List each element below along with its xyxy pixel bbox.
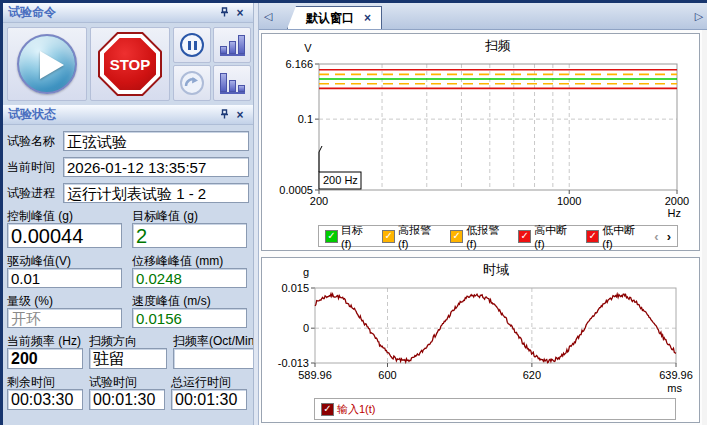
stop-icon: STOP [98, 32, 162, 96]
level-label: 量级 (%) [7, 294, 122, 308]
control-peak-field[interactable]: 0.00044 [7, 223, 122, 248]
high-abort-checkbox[interactable]: ✓ [518, 230, 531, 243]
svg-text:0.015: 0.015 [281, 282, 309, 294]
command-buttons: STOP [3, 23, 253, 105]
target-peak-metric: 目标峰值 (g) 2 [132, 203, 247, 248]
test-name-field[interactable]: 正弦试验 [63, 131, 249, 151]
current-frequency-label: 当前频率 (Hz) [7, 334, 83, 348]
tab-close-icon[interactable]: × [364, 11, 371, 25]
test-name-label: 试验名称 [7, 133, 63, 150]
pin-icon[interactable] [216, 6, 232, 20]
test-name-row: 试验名称 正弦试验 [7, 131, 249, 151]
total-run-time-metric: 总运行时间 00:01:30 [171, 369, 247, 410]
test-time-field[interactable]: 00:01:30 [89, 389, 165, 410]
svg-text:0: 0 [303, 322, 309, 334]
redo-arrow-icon [179, 70, 205, 96]
level-field[interactable]: 开环 [7, 308, 122, 328]
resume-button[interactable] [173, 65, 211, 101]
sweep-rate-field[interactable] [173, 348, 258, 369]
input1-checkbox[interactable]: ✓ [321, 403, 334, 416]
current-time-label: 当前时间 [7, 159, 63, 176]
current-frequency-field[interactable]: 200 [7, 348, 83, 369]
tab-scroll-left-icon[interactable]: ◁ [259, 5, 277, 27]
close-icon[interactable]: × [232, 108, 248, 122]
control-peak-label: 控制峰值 (g) [7, 209, 122, 223]
velocity-label: 速度峰值 (m/s) [132, 294, 247, 308]
target-peak-label: 目标峰值 (g) [132, 209, 247, 223]
svg-text:1000: 1000 [557, 195, 581, 207]
current-frequency-metric: 当前频率 (Hz) 200 [7, 328, 83, 369]
play-icon [17, 34, 77, 94]
low-alarm-checkbox[interactable]: ✓ [450, 230, 463, 243]
test-progress-field[interactable]: 运行计划表试验 1 - 2 [63, 183, 249, 203]
pin-icon[interactable] [216, 108, 232, 122]
legend-item-high-abort: ✓ 高中断(f) [518, 223, 577, 250]
legend-label: 输入1(t) [337, 402, 376, 417]
legend-nav: ‹ › [654, 229, 671, 244]
legend-item-input1: ✓ 输入1(t) [321, 402, 376, 417]
high-alarm-checkbox[interactable]: ✓ [382, 230, 395, 243]
velocity-field[interactable]: 0.0156 [132, 308, 247, 328]
sweep-chart-panel: 扫频V6.1660.10.000520010002000Hz200 Hz ✓ 目… [261, 33, 700, 251]
displacement-metric: 位移峰峰值 (mm) 0.0248 [132, 248, 247, 288]
displacement-label: 位移峰峰值 (mm) [132, 254, 247, 268]
drive-peak-metric: 驱动峰值(V) 0.01 [7, 248, 122, 288]
displacement-field[interactable]: 0.0248 [132, 268, 247, 288]
metric-grid: 控制峰值 (g) 0.00044 目标峰值 (g) 2 驱动峰值(V) 0.01… [3, 203, 253, 328]
sweep-legend: ✓ 目标(f) ✓ 高报警(f) ✓ 低报警(f) ✓ 高中断(f) [318, 225, 678, 247]
frequency-grid: 当前频率 (Hz) 200 扫频方向 驻留 扫频率(Oct/Min) [3, 328, 253, 369]
pause-icon [180, 33, 204, 57]
status-panel-title: 试验状态 [8, 106, 56, 123]
test-time-metric: 试验时间 00:01:30 [89, 369, 165, 410]
tab-default-window[interactable]: 默认窗口 × [287, 6, 382, 29]
tab-strip: ◁ 默认窗口 × ▷ [259, 3, 707, 30]
svg-text:0.1: 0.1 [298, 113, 313, 125]
sweep-direction-metric: 扫频方向 驻留 [89, 328, 167, 369]
target-checkbox[interactable]: ✓ [325, 230, 338, 243]
run-button[interactable] [7, 27, 87, 101]
chart-workspace: ◁ 默认窗口 × ▷ 扫频V6.1660.10.000520010002000H… [259, 3, 707, 425]
ascending-bars-icon [220, 35, 245, 56]
status-panel-titlebar: 试验状态 × [3, 105, 253, 125]
control-peak-metric: 控制峰值 (g) 0.00044 [7, 203, 122, 248]
svg-text:200 Hz: 200 Hz [323, 174, 358, 186]
svg-text:200: 200 [310, 195, 328, 207]
legend-item-target: ✓ 目标(f) [325, 223, 373, 250]
remaining-time-label: 剩余时间 [7, 375, 83, 389]
tab-label: 默认窗口 [306, 10, 354, 27]
histogram-button[interactable] [213, 65, 251, 101]
stop-icon-ring: STOP [100, 34, 160, 94]
left-dock: 试验命令 × STOP [3, 3, 253, 425]
svg-text:ms: ms [667, 382, 682, 394]
remaining-time-metric: 剩余时间 00:03:30 [7, 369, 83, 410]
current-time-field[interactable]: 2026-01-12 13:35:57 [63, 157, 249, 177]
close-icon[interactable]: × [232, 6, 248, 20]
pause-button[interactable] [173, 27, 211, 63]
target-peak-field[interactable]: 2 [132, 223, 247, 248]
sweep-direction-label: 扫频方向 [89, 334, 167, 348]
tab-scroll-right-icon[interactable]: ▷ [690, 5, 707, 27]
app-window: 试验命令 × STOP [0, 0, 707, 425]
stop-button[interactable]: STOP [90, 27, 170, 101]
svg-text:639.96: 639.96 [659, 369, 693, 381]
legend-next-icon[interactable]: › [667, 229, 671, 244]
sweep-rate-metric: 扫频率(Oct/Min) [173, 328, 258, 369]
low-abort-checkbox[interactable]: ✓ [586, 230, 599, 243]
svg-text:时域: 时域 [483, 262, 509, 277]
legend-prev-icon[interactable]: ‹ [654, 229, 658, 244]
svg-text:0.0005: 0.0005 [279, 184, 313, 196]
play-triangle [40, 51, 64, 79]
time-chart-panel: 时域g0.0150-0.013589.96600620639.96ms ✓ 输入… [261, 257, 700, 423]
svg-text:620: 620 [523, 369, 541, 381]
total-run-time-label: 总运行时间 [171, 375, 247, 389]
remaining-time-field[interactable]: 00:03:30 [7, 389, 83, 410]
legend-label: 低报警(f) [466, 223, 509, 250]
svg-text:g: g [303, 266, 309, 278]
small-button-grid [173, 27, 251, 101]
sweep-rate-label: 扫频率(Oct/Min) [173, 334, 258, 348]
sweep-direction-field[interactable]: 驻留 [89, 348, 167, 369]
drive-peak-field[interactable]: 0.01 [7, 268, 122, 288]
total-run-time-field[interactable]: 00:01:30 [171, 389, 247, 410]
spectrum-chart-button[interactable] [213, 27, 251, 63]
current-time-row: 当前时间 2026-01-12 13:35:57 [7, 157, 249, 177]
